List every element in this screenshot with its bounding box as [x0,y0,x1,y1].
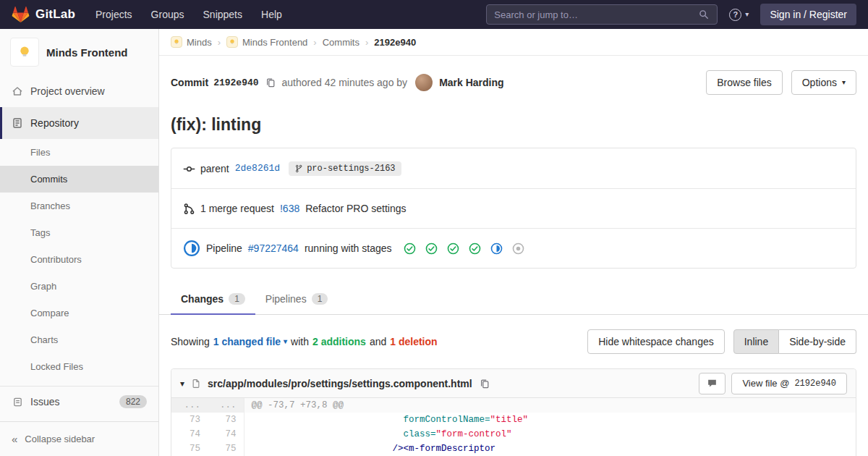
tab-changes[interactable]: Changes 1 [171,284,255,315]
nav-groups[interactable]: Groups [151,9,184,20]
hunk-old-cell: ... [171,398,208,413]
gitlab-home-link[interactable]: GitLab [12,6,75,23]
repository-icon [12,117,23,129]
mr-id-link[interactable]: !638 [280,203,299,214]
showing-text: Showing [171,336,210,347]
hunk-new-cell: ... [208,398,244,413]
project-sidebar: Minds Frontend Project overview Reposito… [0,29,159,456]
stage-success-icon[interactable] [404,242,416,255]
inline-view-button[interactable]: Inline [733,329,779,354]
sidebar-item-branches[interactable]: Branches [0,193,158,219]
merge-request-row: 1 merge request !638 Refactor PRO settin… [171,188,856,228]
sidebar-item-charts[interactable]: Charts [0,326,158,353]
old-line-number[interactable]: 75 [171,442,208,456]
diff-file-card: ▾ src/app/modules/pro/settings/settings.… [171,368,856,456]
nav-help[interactable]: Help [261,9,282,20]
new-line-number[interactable]: 74 [208,427,244,442]
sidebar-item-compare[interactable]: Compare [0,300,158,326]
author-name-link[interactable]: Mark Harding [439,77,503,88]
search-input[interactable] [494,9,698,20]
search-box[interactable] [486,4,718,25]
pipeline-running-icon [183,240,200,257]
help-dropdown[interactable]: ? ▾ [729,9,749,21]
breadcrumb-current-sha: 2192e940 [374,37,416,48]
commit-icon [183,163,195,174]
copy-sha-button[interactable] [264,76,277,89]
chevron-down-icon: ▾ [842,79,846,86]
sidebar-nav: Project overview Repository Files Commit… [0,75,158,417]
code-line: /><m-formDescriptor [244,442,856,456]
diff-table: ... ... @@ -73,7 +73,8 @@ 73 73 formCont… [171,398,856,456]
sidebar-item-repository[interactable]: Repository [0,107,158,139]
nav-snippets[interactable]: Snippets [203,9,242,20]
collapse-sidebar-button[interactable]: « Collapse sidebar [0,421,158,456]
lightbulb-icon [17,44,33,60]
pipeline-id-link[interactable]: #97227464 [248,242,299,254]
stage-running-icon[interactable] [490,242,503,255]
commit-info-box: parent 2de8261d pro-settings-2163 1 [171,148,856,269]
old-line-number[interactable]: 73 [171,413,208,427]
diff-hunk-row: ... ... @@ -73,7 +73,8 @@ [171,398,856,413]
hunk-header-text: @@ -73,7 +73,8 @@ [244,398,856,413]
sidebar-item-locked-files[interactable]: Locked Files [0,353,158,380]
mr-count-text: 1 merge request [200,203,274,214]
hide-whitespace-button[interactable]: Hide whitespace changes [587,329,725,354]
parent-sha-link[interactable]: 2de8261d [235,163,280,174]
changed-files-dropdown[interactable]: 1 changed file ▾ [213,336,287,347]
copy-file-path-button[interactable] [478,377,491,390]
diff-file-header: ▾ src/app/modules/pro/settings/settings.… [171,369,856,398]
browse-files-button[interactable]: Browse files [706,70,782,95]
sidebar-item-project-overview[interactable]: Project overview [0,75,158,107]
options-dropdown-button[interactable]: Options ▾ [791,70,856,95]
breadcrumb-project[interactable]: Minds Frontend [226,36,307,48]
sidebar-item-contributors[interactable]: Contributors [0,246,158,273]
commit-label: Commit [171,77,208,88]
stage-success-icon[interactable] [425,242,438,255]
repository-sub-nav: Files Commits Branches Tags Contributors… [0,139,158,380]
pipeline-label: Pipeline [206,242,242,254]
new-line-number[interactable]: 73 [208,413,244,427]
authored-text: authored 42 minutes ago by [282,77,408,88]
project-avatar-small [226,36,238,48]
old-line-number[interactable]: 74 [171,427,208,442]
view-file-button[interactable]: View file @ 2192e940 [731,373,847,394]
sidebar-item-issues[interactable]: Issues 822 [0,387,158,417]
diff-view-toggle: Inline Side-by-side [733,329,856,354]
toggle-comments-button[interactable] [699,373,726,394]
primary-nav: Projects Groups Snippets Help [95,9,282,20]
gitlab-tanuki-icon [12,6,30,23]
stage-success-icon[interactable] [469,242,481,255]
home-icon [12,85,23,97]
sign-in-button[interactable]: Sign in / Register [760,4,856,25]
merge-request-icon [183,203,195,214]
issues-count-badge: 822 [119,395,147,408]
side-by-side-view-button[interactable]: Side-by-side [779,329,856,354]
sidebar-item-files[interactable]: Files [0,139,158,166]
sidebar-item-graph[interactable]: Graph [0,273,158,300]
branch-ref-pill[interactable]: pro-settings-2163 [289,161,401,176]
project-avatar [10,38,39,67]
search-icon [698,9,710,20]
pipeline-mini-graph [404,242,524,255]
branch-icon [294,164,303,173]
with-text: with [291,336,309,347]
stage-created-icon[interactable] [512,242,524,255]
pipeline-status-text: running with stages [305,242,392,254]
parent-label: parent [200,163,229,174]
diff-summary-bar: Showing 1 changed file ▾ with 2 addition… [159,315,868,368]
stage-success-icon[interactable] [447,242,459,255]
new-line-number[interactable]: 75 [208,442,244,456]
tab-pipelines[interactable]: Pipelines 1 [255,284,339,315]
diff-line: 74 74 class="form-control" [171,427,856,442]
collapse-diff-chevron[interactable]: ▾ [180,379,184,389]
code-line: class="form-control" [244,427,856,442]
group-avatar [171,36,182,48]
project-context-link[interactable]: Minds Frontend [0,29,158,75]
breadcrumb-commits[interactable]: Commits [323,37,359,48]
nav-projects[interactable]: Projects [95,9,132,20]
main-content: Minds › Minds Frontend › Commits › 2192e… [159,29,868,456]
sidebar-item-commits[interactable]: Commits [0,166,158,193]
breadcrumb-group[interactable]: Minds [171,36,212,48]
help-icon: ? [729,9,741,21]
sidebar-item-tags[interactable]: Tags [0,219,158,246]
